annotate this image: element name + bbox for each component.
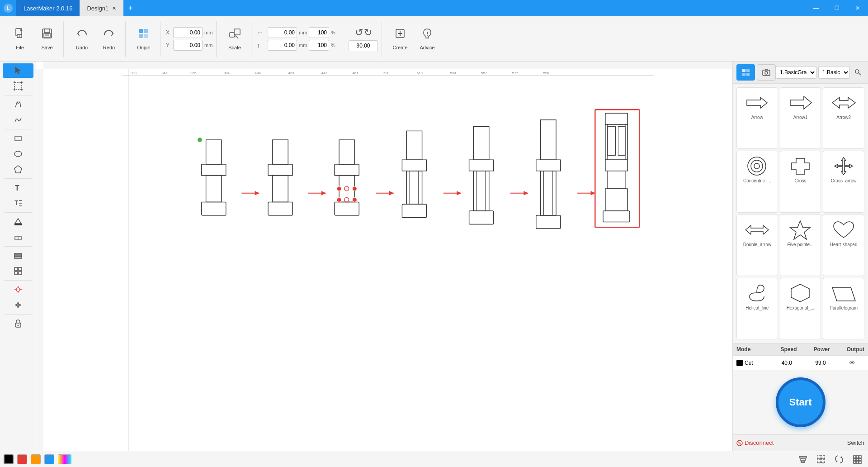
disconnect-btn[interactable]: Disconnect — [736, 439, 774, 446]
height-pct-input[interactable] — [309, 40, 329, 51]
five-pointed-label: Five-pointe... — [788, 242, 814, 247]
y-input[interactable] — [173, 40, 203, 51]
canvas-area[interactable]: // Will be rendered via inline SVG 300 3… — [36, 62, 732, 451]
lock-btn[interactable] — [3, 316, 33, 331]
shape-subcategory-select[interactable]: 1.Basic — [818, 66, 850, 79]
parallelogram-label: Parallelogram — [830, 305, 858, 310]
arrange-btn[interactable] — [796, 453, 810, 466]
svg-line-141 — [859, 73, 861, 75]
shape-helical[interactable]: Helical_line — [736, 278, 778, 339]
advice-btn[interactable]: Advice — [415, 23, 440, 55]
color-black[interactable] — [4, 454, 14, 464]
start-btn[interactable]: Start — [776, 377, 826, 427]
laser-row-cut: Cut 40.0 99.0 👁 — [733, 356, 868, 370]
restore-btn[interactable]: ❐ — [826, 0, 847, 16]
svg-point-89 — [337, 186, 341, 191]
shape-camera-btn[interactable] — [757, 64, 776, 81]
align-btn[interactable] — [3, 264, 33, 278]
save-btn[interactable]: Save — [34, 23, 60, 55]
height-input[interactable] — [268, 40, 297, 51]
tab-close-btn[interactable]: ✕ — [112, 5, 116, 11]
color-orange[interactable] — [31, 454, 41, 464]
canvas[interactable]: 300 346 365 384 404 423 442 461 500 519 … — [43, 69, 732, 451]
tool-divider-6 — [5, 280, 32, 281]
shape-heart[interactable]: Heart-shaped — [823, 214, 864, 276]
create-label: Create — [392, 45, 407, 50]
shape-dropdowns: 1.BasicGra 1.Basic — [776, 66, 864, 79]
laser-power-value: 99.0 — [815, 360, 826, 366]
minimize-btn[interactable]: — — [806, 0, 826, 16]
svg-point-94 — [352, 198, 357, 202]
shape-parallelogram[interactable]: Parallelogram — [823, 278, 864, 339]
svg-marker-144 — [832, 97, 855, 108]
file-label: File — [16, 45, 24, 50]
scale-btn[interactable]: Scale — [222, 23, 247, 55]
shape-concentric[interactable]: Concentric_... — [736, 151, 778, 212]
app-title: LaserMaker 2.0.16 — [24, 5, 72, 12]
laser-origin-btn[interactable] — [3, 282, 33, 297]
eraser-tool-btn[interactable] — [3, 230, 33, 244]
material-btn[interactable] — [3, 298, 33, 312]
text-tool-btn[interactable]: T — [3, 181, 33, 195]
color-gradient[interactable] — [58, 454, 71, 464]
svg-rect-6 — [44, 29, 50, 33]
refresh-btn[interactable] — [832, 453, 846, 466]
shape-view-btn[interactable] — [736, 64, 755, 81]
redo-btn[interactable]: Redo — [96, 23, 122, 55]
close-btn[interactable]: ✕ — [847, 0, 868, 16]
shape-category-select[interactable]: 1.BasicGra — [776, 66, 816, 79]
shape-arrow2[interactable]: Arrow2 — [823, 87, 864, 149]
shape-five-pointed[interactable]: Five-pointe... — [780, 214, 821, 276]
laser-output-cell[interactable]: 👁 — [845, 357, 868, 368]
x-input[interactable] — [173, 27, 203, 38]
cross-arrow-icon — [830, 155, 857, 177]
rotate-input[interactable] — [349, 40, 378, 51]
color-blue[interactable] — [44, 454, 54, 464]
rect-tool-btn[interactable] — [3, 131, 33, 146]
svg-point-47 — [19, 304, 21, 306]
shape-arrow1[interactable]: Arrow1 — [780, 87, 821, 149]
node-tool-btn[interactable] — [3, 79, 33, 93]
shape-cross[interactable]: Cross — [780, 151, 821, 212]
curve-tool-btn[interactable] — [3, 113, 33, 127]
layers-btn[interactable] — [3, 248, 33, 263]
scale-group: Scale — [218, 21, 251, 57]
svg-rect-170 — [856, 461, 859, 463]
rotate-ccw-btn[interactable]: ↺ — [355, 27, 363, 38]
shape-double-arrow[interactable]: Double_arrow — [736, 214, 778, 276]
color-red[interactable] — [17, 454, 27, 464]
rotate-cw-btn[interactable]: ↻ — [364, 27, 372, 38]
svg-rect-169 — [854, 461, 856, 463]
svg-point-92 — [337, 198, 341, 202]
text2-tool-btn[interactable]: T — [3, 196, 33, 210]
polygon-tool-btn[interactable] — [3, 162, 33, 176]
ellipse-tool-btn[interactable] — [3, 147, 33, 161]
grid-btn[interactable] — [850, 453, 864, 466]
scale-label: Scale — [228, 45, 241, 50]
width-pct-input[interactable] — [309, 27, 329, 38]
shape-arrow[interactable]: Arrow — [736, 87, 778, 149]
svg-point-91 — [352, 186, 357, 191]
undo-btn[interactable]: Undo — [69, 23, 94, 55]
origin-label: Origin — [137, 45, 150, 50]
svg-rect-17 — [14, 82, 22, 90]
shape-hexagonal[interactable]: Hexagonal_... — [780, 278, 821, 339]
select-tool-btn[interactable] — [3, 63, 33, 78]
fill-tool-btn[interactable] — [3, 214, 33, 229]
switch-btn[interactable]: Switch — [847, 439, 864, 446]
svg-text:F: F — [19, 35, 20, 38]
create-btn[interactable]: Create — [387, 23, 413, 55]
group-btn[interactable] — [814, 453, 828, 466]
new-tab-btn[interactable]: + — [123, 4, 137, 13]
design-canvas[interactable]: 300 346 365 384 404 423 442 461 500 519 … — [43, 69, 732, 451]
width-input[interactable] — [268, 27, 297, 38]
design-tab[interactable]: Design1 ✕ — [80, 0, 123, 16]
shape-search-btn[interactable] — [852, 66, 864, 79]
pen-tool-btn[interactable] — [3, 97, 33, 112]
laser-output-toggle[interactable]: 👁 — [849, 359, 855, 367]
shape-cross-arrow[interactable]: Cross_arrow — [823, 151, 864, 212]
file-btn[interactable]: F File — [7, 23, 33, 55]
switch-label: Switch — [847, 439, 864, 446]
origin-btn[interactable]: Origin — [131, 23, 156, 55]
width-icon: ↔ — [257, 29, 266, 36]
